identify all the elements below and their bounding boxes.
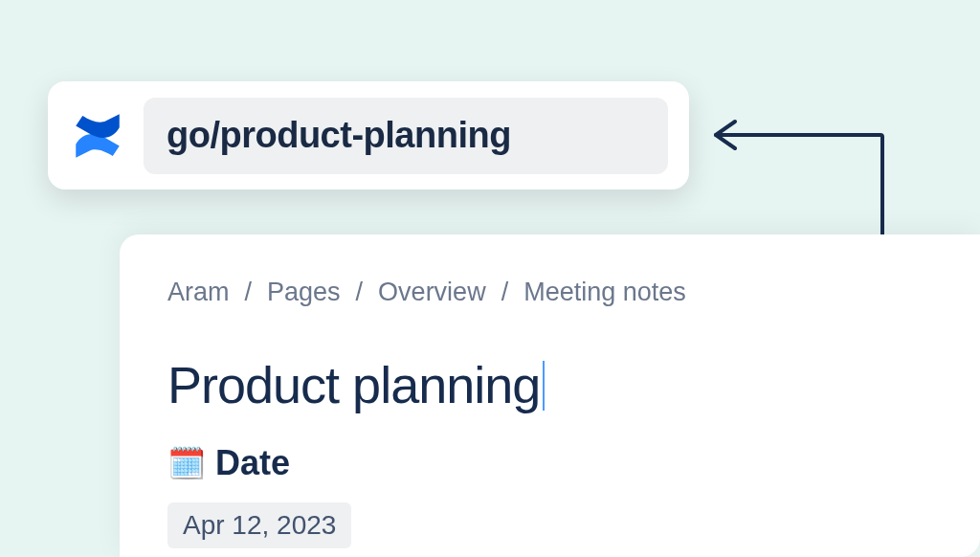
document-card: Aram / Pages / Overview / Meeting notes … [120,234,980,557]
date-field-label: 🗓️ Date [167,443,932,483]
breadcrumb: Aram / Pages / Overview / Meeting notes [167,278,932,307]
breadcrumb-item[interactable]: Meeting notes [523,278,686,307]
page-title[interactable]: Product planning [167,355,540,414]
breadcrumb-item[interactable]: Overview [378,278,486,307]
date-value[interactable]: Apr 12, 2023 [167,502,351,548]
url-input[interactable]: go/product-planning [144,98,668,174]
url-bar-card: go/product-planning [48,81,689,189]
date-label-text: Date [215,443,290,483]
calendar-icon: 🗓️ [167,448,206,479]
url-value: go/product-planning [167,115,511,156]
breadcrumb-separator: / [501,278,509,307]
breadcrumb-separator: / [245,278,253,307]
breadcrumb-item[interactable]: Pages [267,278,341,307]
breadcrumb-item[interactable]: Aram [167,278,230,307]
confluence-icon [69,107,126,165]
breadcrumb-separator: / [356,278,364,307]
page-title-text: Product planning [167,356,540,413]
